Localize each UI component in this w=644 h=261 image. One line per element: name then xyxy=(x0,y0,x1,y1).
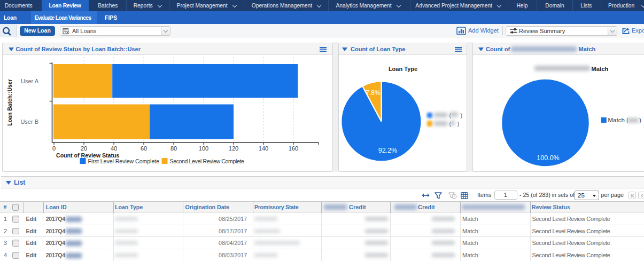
svg-text:): ) xyxy=(639,117,641,123)
svg-text:120: 120 xyxy=(228,145,238,152)
svg-text:User A: User A xyxy=(20,78,38,84)
svg-text:20: 20 xyxy=(80,145,87,152)
svg-text:160: 160 xyxy=(288,145,298,152)
svg-text:7.8%: 7.8% xyxy=(366,89,381,97)
svg-text:): ) xyxy=(457,121,459,127)
svg-text:Loan Type: Loan Type xyxy=(388,66,417,72)
svg-text:Match: Match xyxy=(591,66,608,72)
svg-text:100.0%: 100.0% xyxy=(537,154,559,162)
svg-text:Loan Batch::User: Loan Batch::User xyxy=(6,79,13,126)
svg-text:100: 100 xyxy=(198,145,208,152)
svg-text:Match (: Match ( xyxy=(608,117,629,123)
svg-text:80: 80 xyxy=(170,145,176,152)
svg-text:): ) xyxy=(460,112,462,118)
svg-text:First Level Review Complete: First Level Review Complete xyxy=(88,158,159,164)
svg-text:140: 140 xyxy=(258,145,268,152)
svg-text:40: 40 xyxy=(110,145,117,152)
svg-text:92.2%: 92.2% xyxy=(378,147,397,154)
svg-text:60: 60 xyxy=(140,145,146,152)
svg-text:User B: User B xyxy=(20,118,38,125)
svg-text:Second Level Review Complete: Second Level Review Complete xyxy=(169,158,244,164)
svg-text:0: 0 xyxy=(52,145,55,152)
